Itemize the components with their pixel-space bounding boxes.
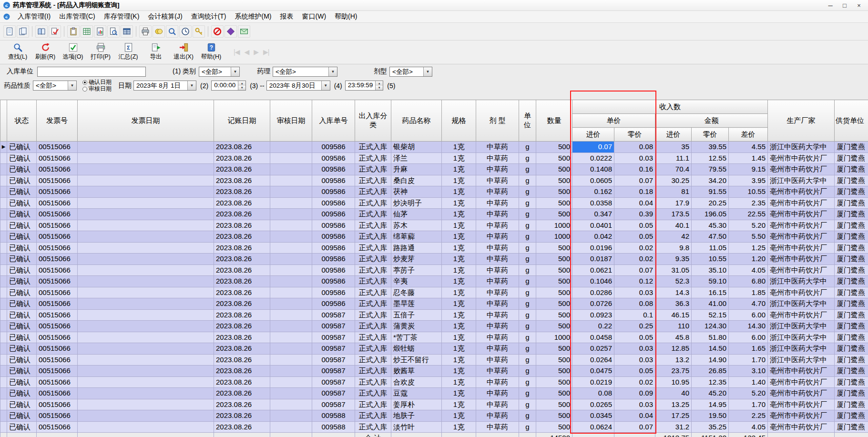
- cell-unit[interactable]: g: [519, 142, 536, 153]
- cell-audit-date[interactable]: [270, 399, 312, 410]
- cell-invoice-no[interactable]: 00515066: [37, 264, 78, 276]
- cell-invoice-no[interactable]: 00515066: [37, 142, 78, 153]
- cell-audit-date[interactable]: [270, 332, 312, 343]
- cell-spec[interactable]: 1克: [442, 242, 476, 254]
- cell-amount-retail[interactable]: 11.05: [692, 242, 729, 254]
- header-manufacturer[interactable]: 生产厂家: [768, 100, 835, 142]
- cell-amount-retail[interactable]: 14.90: [692, 354, 729, 366]
- table-row[interactable]: 已确认005150662023.08.26009587正式入库败酱草1克中草药g…: [0, 366, 868, 377]
- cell-unit-price-purchase[interactable]: 0.1408: [572, 164, 614, 175]
- cell-category[interactable]: 正式入库: [355, 197, 391, 209]
- cell-amount-diff[interactable]: 9.15: [729, 164, 768, 175]
- cell-unit[interactable]: g: [519, 366, 536, 377]
- table-row[interactable]: 已确认005150662023.08.26009587正式入库蒲黄炭1克中草药g…: [0, 321, 868, 332]
- cell-audit-date[interactable]: [270, 321, 312, 332]
- cell-amount-purchase[interactable]: 17.9: [655, 197, 692, 209]
- cell-invoice-date[interactable]: [78, 354, 214, 366]
- cell-manufacturer[interactable]: 浙江中医药大学中: [768, 142, 835, 153]
- cell-qty[interactable]: 500: [536, 142, 572, 153]
- cell-amount-purchase[interactable]: 42: [655, 231, 692, 243]
- cell-amount-retail[interactable]: 196.05: [692, 209, 729, 220]
- cell-booking-date[interactable]: 2023.08.26: [214, 343, 270, 355]
- cell-unit-price-purchase[interactable]: 0.162: [572, 186, 614, 198]
- cell-invoice-date[interactable]: [78, 254, 214, 265]
- table-row[interactable]: 已确认005150662023.08.26009586正式入库苏木1克中草药g1…: [0, 220, 868, 231]
- book-icon[interactable]: [35, 25, 48, 38]
- cell-manufacturer[interactable]: 亳州市中药饮片厂: [768, 186, 835, 198]
- cell-manufacturer[interactable]: 亳州市中药饮片厂: [768, 209, 835, 220]
- cell-invoice-no[interactable]: 00515066: [37, 376, 78, 388]
- cell-status[interactable]: 已确认: [7, 410, 37, 422]
- table-row[interactable]: ▶已确认005150662023.08.26009586正式入库银柴胡1克中草药…: [0, 142, 868, 153]
- cell-amount-purchase[interactable]: 52.3: [655, 276, 692, 287]
- cell-category[interactable]: 正式入库: [355, 388, 391, 399]
- cell-unit[interactable]: g: [519, 276, 536, 287]
- toolbar-button-export[interactable]: 导出: [142, 41, 170, 62]
- header-supplier[interactable]: 供货单位: [835, 100, 868, 142]
- cell-qty[interactable]: 500: [536, 254, 572, 265]
- data-grid-icon[interactable]: [121, 25, 133, 38]
- cell-status[interactable]: 已确认: [7, 321, 37, 332]
- cell-spec[interactable]: 1克: [442, 298, 476, 310]
- spin-down-icon[interactable]: [376, 86, 383, 91]
- cell-amount-retail[interactable]: 14.50: [692, 343, 729, 355]
- table-row[interactable]: 已确认005150662023.08.26009586正式入库路路通1克中草药g…: [0, 242, 868, 254]
- cell-order-no[interactable]: 009586: [312, 254, 355, 265]
- table-row[interactable]: 已确认005150662023.08.26009586正式入库忍冬藤1克中草药g…: [0, 287, 868, 298]
- cell-drug[interactable]: 合欢皮: [391, 376, 442, 388]
- cell-unit-price-retail[interactable]: 0.04: [614, 197, 655, 209]
- cell-audit-date[interactable]: [270, 264, 312, 276]
- cell-amount-purchase[interactable]: 9.35: [655, 254, 692, 265]
- cell-category[interactable]: 正式入库: [355, 298, 391, 310]
- cell-supplier[interactable]: 厦门鹭燕: [835, 197, 868, 209]
- cell-unit-price-purchase[interactable]: 0.0286: [572, 287, 614, 298]
- cell-qty[interactable]: 500: [536, 264, 572, 276]
- cell-status[interactable]: 已确认: [7, 366, 37, 377]
- table-row[interactable]: 已确认005150662023.08.26009586正式入库仙茅1克中草药g5…: [0, 209, 868, 220]
- cell-amount-retail[interactable]: 20.25: [692, 197, 729, 209]
- cell-dosage-form[interactable]: 中草药: [476, 209, 519, 220]
- cell-order-no[interactable]: 009586: [312, 231, 355, 243]
- cell-manufacturer[interactable]: 亳州市中药饮片厂: [768, 366, 835, 377]
- cell-amount-diff[interactable]: 2.25: [729, 410, 768, 422]
- cell-order-no[interactable]: 009587: [312, 388, 355, 399]
- cell-invoice-no[interactable]: 00515066: [37, 152, 78, 164]
- cell-spec[interactable]: 1克: [442, 231, 476, 243]
- cell-spec[interactable]: 1克: [442, 152, 476, 164]
- cell-audit-date[interactable]: [270, 186, 312, 198]
- cell-invoice-date[interactable]: [78, 142, 214, 153]
- cell-invoice-date[interactable]: [78, 220, 214, 231]
- cell-booking-date[interactable]: 2023.08.26: [214, 354, 270, 366]
- dosage-select[interactable]: <全部>: [389, 67, 432, 77]
- cell-audit-date[interactable]: [270, 220, 312, 231]
- cell-unit[interactable]: g: [519, 264, 536, 276]
- cell-amount-retail[interactable]: 16.15: [692, 287, 729, 298]
- cell-unit-price-purchase[interactable]: 0.347: [572, 209, 614, 220]
- cell-invoice-date[interactable]: [78, 388, 214, 399]
- cell-dosage-form[interactable]: 中草药: [476, 254, 519, 265]
- cell-order-no[interactable]: 009586: [312, 276, 355, 287]
- header-invoice-no[interactable]: 发票号: [37, 100, 78, 142]
- cell-amount-retail[interactable]: 59.10: [692, 276, 729, 287]
- cell-invoice-no[interactable]: 00515066: [37, 366, 78, 377]
- cell-manufacturer[interactable]: 浙江中医药大学中: [768, 276, 835, 287]
- cell-drug[interactable]: 豆蔻: [391, 388, 442, 399]
- cell-qty[interactable]: 500: [536, 164, 572, 175]
- spin-up-icon[interactable]: [238, 81, 245, 86]
- cell-status[interactable]: 已确认: [7, 399, 37, 410]
- cell-category[interactable]: 正式入库: [355, 399, 391, 410]
- cell-unit-price-retail[interactable]: 0.05: [614, 366, 655, 377]
- cell-status[interactable]: 已确认: [7, 388, 37, 399]
- cell-order-no[interactable]: 009587: [312, 343, 355, 355]
- cell-dosage-form[interactable]: 中草药: [476, 421, 519, 433]
- cell-unit-price-retail[interactable]: 0.07: [614, 264, 655, 276]
- cell-status[interactable]: 已确认: [7, 142, 37, 153]
- cell-amount-purchase[interactable]: 13.2: [655, 354, 692, 366]
- cell-dosage-form[interactable]: 中草药: [476, 332, 519, 343]
- table-row[interactable]: 已确认005150662023.08.26009586正式入库墨旱莲1克中草药g…: [0, 298, 868, 310]
- cell-invoice-date[interactable]: [78, 309, 214, 321]
- cell-category[interactable]: 正式入库: [355, 421, 391, 433]
- clipboard-icon[interactable]: [67, 25, 80, 38]
- cell-spec[interactable]: 1克: [442, 264, 476, 276]
- cell-amount-retail[interactable]: 10.55: [692, 254, 729, 265]
